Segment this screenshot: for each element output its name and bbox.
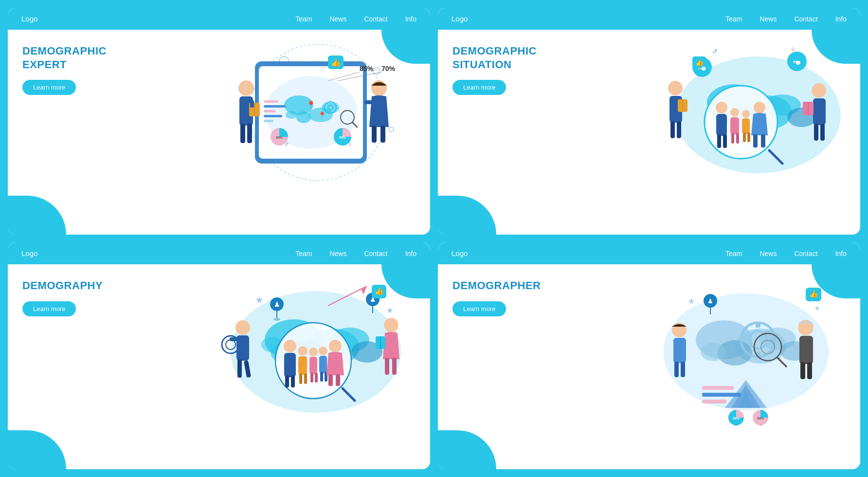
learn-more-btn-1[interactable]: Learn more xyxy=(22,80,76,95)
svg-text:85%: 85% xyxy=(360,65,374,73)
nav-bar-4: Logo Team News Contact Info xyxy=(438,242,860,264)
svg-point-4 xyxy=(389,127,394,132)
nav-logo-2: Logo xyxy=(452,15,468,23)
svg-rect-122 xyxy=(299,373,302,384)
svg-rect-140 xyxy=(237,359,242,378)
nav-info-2[interactable]: Info xyxy=(835,15,847,23)
svg-rect-148 xyxy=(392,358,397,375)
svg-rect-23 xyxy=(264,120,273,122)
nav-logo-3: Logo xyxy=(21,249,37,257)
wave-left-2 xyxy=(438,196,496,235)
nav-news-1[interactable]: News xyxy=(329,15,346,23)
svg-point-12 xyxy=(286,111,297,119)
card-body-2: DEMOGRAPHICSITUATION Learn more xyxy=(438,30,860,235)
svg-text:♀: ♀ xyxy=(759,422,762,428)
svg-text:♂: ♂ xyxy=(734,422,738,428)
svg-rect-119 xyxy=(291,375,295,387)
svg-point-116 xyxy=(284,340,296,352)
main-title-3: DEMOGRAPHY xyxy=(22,279,103,293)
nav-team-2[interactable]: Team xyxy=(725,15,742,23)
svg-rect-191 xyxy=(799,336,813,364)
svg-rect-59 xyxy=(723,134,727,148)
nav-logo-1: Logo xyxy=(21,15,37,23)
svg-rect-127 xyxy=(315,373,318,383)
nav-news-3[interactable]: News xyxy=(329,250,346,257)
nav-contact-2[interactable]: Contact xyxy=(794,15,817,23)
learn-more-btn-3[interactable]: Learn more xyxy=(22,301,76,316)
illustration-1: 50% 50% ♂ ♀ 📍 📍 👍 xyxy=(187,32,420,198)
svg-point-68 xyxy=(754,102,765,113)
svg-rect-70 xyxy=(761,134,765,147)
svg-point-146 xyxy=(384,318,398,332)
svg-rect-193 xyxy=(807,362,812,379)
illustration-4: 👍 ♟ ★ ★ xyxy=(607,264,855,435)
title-area-4: DEMOGRAPHER Learn more xyxy=(452,279,541,316)
svg-rect-65 xyxy=(742,118,750,134)
svg-rect-67 xyxy=(747,132,750,142)
nav-contact-1[interactable]: Contact xyxy=(364,15,387,23)
svg-rect-46 xyxy=(364,100,373,104)
svg-rect-22 xyxy=(264,115,282,117)
nav-contact-4[interactable]: Contact xyxy=(794,250,817,257)
nav-info-1[interactable]: Info xyxy=(405,15,416,23)
svg-rect-58 xyxy=(717,134,721,148)
svg-point-56 xyxy=(716,102,727,113)
nav-news-4[interactable]: News xyxy=(760,250,777,257)
svg-point-60 xyxy=(730,108,739,117)
svg-rect-145 xyxy=(230,337,238,341)
wave-left-1 xyxy=(8,196,66,235)
card-body-4: DEMOGRAPHER Learn more 👍 ♟ ★ ★ xyxy=(438,264,860,469)
nav-info-4[interactable]: Info xyxy=(835,250,847,257)
svg-point-36 xyxy=(238,80,254,96)
svg-rect-121 xyxy=(298,356,307,375)
card-body-1: DEMOGRAPHICEXPERT Learn more xyxy=(8,30,430,235)
card-body-3: DEMOGRAPHY Learn more ♟ ♟ xyxy=(8,264,430,469)
svg-rect-183 xyxy=(702,386,734,390)
svg-text:♂: ♂ xyxy=(712,46,719,56)
svg-rect-57 xyxy=(716,114,727,136)
card-demographic-situation: Logo Team News Contact Info DEMOGRAPHICS… xyxy=(438,8,860,235)
nav-team-4[interactable]: Team xyxy=(725,250,742,257)
svg-rect-169 xyxy=(740,337,746,342)
svg-text:50%: 50% xyxy=(339,136,346,139)
svg-rect-187 xyxy=(673,338,686,363)
learn-more-btn-2[interactable]: Learn more xyxy=(452,80,506,95)
learn-more-btn-4[interactable]: Learn more xyxy=(452,301,506,316)
svg-text:📍: 📍 xyxy=(306,100,316,110)
svg-rect-85 xyxy=(670,121,675,138)
svg-rect-129 xyxy=(319,356,327,373)
nav-team-3[interactable]: Team xyxy=(295,250,312,257)
svg-rect-61 xyxy=(730,117,739,134)
svg-rect-125 xyxy=(309,357,317,374)
svg-point-156 xyxy=(701,343,726,361)
wave-left-4 xyxy=(438,430,496,469)
svg-rect-90 xyxy=(813,98,826,125)
svg-text:50%: 50% xyxy=(757,417,764,420)
main-title-1: DEMOGRAPHICEXPERT xyxy=(22,44,107,71)
svg-text:★: ★ xyxy=(814,304,820,312)
wave-left-3 xyxy=(8,430,66,469)
svg-text:♟: ♟ xyxy=(274,300,280,308)
svg-text:👍: 👍 xyxy=(695,58,704,67)
svg-rect-118 xyxy=(285,375,289,387)
illustration-3: ♟ ♟ 👍 xyxy=(177,264,425,435)
svg-rect-42 xyxy=(250,100,254,108)
main-title-4: DEMOGRAPHER xyxy=(452,279,541,293)
nav-contact-3[interactable]: Contact xyxy=(364,250,387,257)
svg-rect-185 xyxy=(702,400,726,404)
svg-rect-184 xyxy=(702,393,741,397)
nav-logo-4: Logo xyxy=(452,249,468,257)
svg-text:👍: 👍 xyxy=(809,290,818,298)
svg-point-124 xyxy=(309,348,318,356)
svg-point-83 xyxy=(668,81,683,95)
title-area-1: DEMOGRAPHICEXPERT Learn more xyxy=(22,44,107,95)
nav-news-2[interactable]: News xyxy=(760,15,777,23)
svg-point-128 xyxy=(319,347,327,355)
svg-rect-45 xyxy=(380,126,385,143)
svg-rect-192 xyxy=(800,362,805,379)
nav-info-3[interactable]: Info xyxy=(405,250,416,257)
svg-rect-20 xyxy=(264,105,286,108)
svg-rect-44 xyxy=(372,126,377,143)
svg-rect-21 xyxy=(264,110,276,112)
nav-team-1[interactable]: Team xyxy=(295,15,312,23)
